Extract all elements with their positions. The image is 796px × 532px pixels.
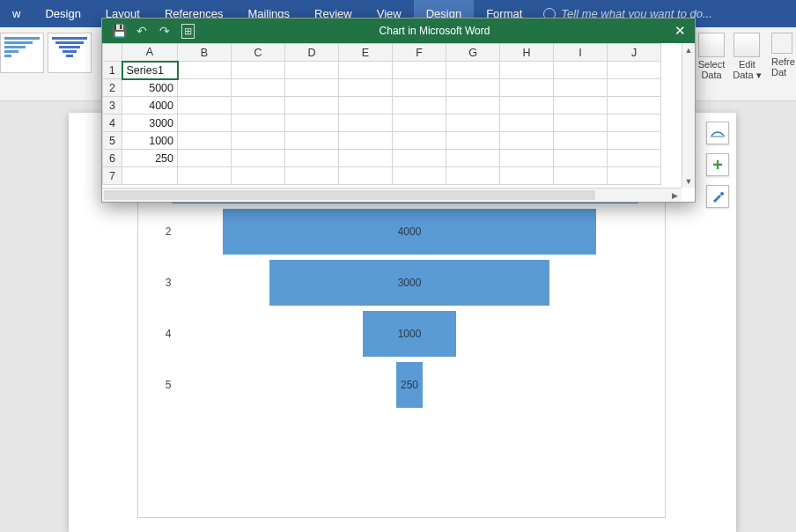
funnel-bar[interactable]: 3000 bbox=[269, 260, 549, 306]
cell-B5[interactable] bbox=[178, 132, 232, 150]
cell-G2[interactable] bbox=[446, 79, 500, 97]
col-header-E[interactable]: E bbox=[339, 44, 393, 62]
cell-I5[interactable] bbox=[554, 132, 608, 150]
row-header-5[interactable]: 5 bbox=[103, 132, 122, 150]
chart-bar-row[interactable]: 33000 bbox=[156, 257, 638, 308]
col-header-J[interactable]: J bbox=[608, 44, 661, 62]
chart-bar-row[interactable]: 24000 bbox=[156, 206, 638, 257]
col-header-G[interactable]: G bbox=[446, 44, 500, 62]
cell-C5[interactable] bbox=[232, 132, 285, 150]
select-data-button[interactable]: Select Data bbox=[696, 31, 727, 80]
cell-G3[interactable] bbox=[446, 97, 500, 115]
chart-styles-button[interactable] bbox=[706, 185, 729, 208]
cell-A6[interactable]: 250 bbox=[122, 150, 178, 167]
cell-C2[interactable] bbox=[232, 79, 285, 97]
cell-J6[interactable] bbox=[608, 150, 661, 167]
cell-G5[interactable] bbox=[446, 132, 500, 150]
cell-C3[interactable] bbox=[232, 97, 285, 115]
row-header-2[interactable]: 2 bbox=[103, 79, 122, 97]
cell-E3[interactable] bbox=[339, 97, 393, 115]
tab-design[interactable]: Design bbox=[33, 0, 92, 27]
cell-D6[interactable] bbox=[285, 150, 339, 167]
row-header-4[interactable]: 4 bbox=[103, 115, 122, 132]
cell-G6[interactable] bbox=[446, 150, 500, 167]
cell-D7[interactable] bbox=[285, 167, 339, 185]
spreadsheet-grid[interactable]: ABCDEFGHIJ1Series12500034000430005100062… bbox=[102, 43, 695, 188]
cell-F2[interactable] bbox=[393, 79, 446, 97]
col-header-F[interactable]: F bbox=[393, 44, 446, 62]
cell-F4[interactable] bbox=[393, 115, 446, 132]
funnel-bar[interactable]: 250 bbox=[396, 362, 423, 408]
row-header-7[interactable]: 7 bbox=[103, 167, 122, 185]
cell-E2[interactable] bbox=[339, 79, 393, 97]
cell-E4[interactable] bbox=[339, 115, 393, 132]
open-in-excel-button[interactable]: ⊞ bbox=[178, 21, 197, 41]
cell-J2[interactable] bbox=[608, 79, 661, 97]
cell-B1[interactable] bbox=[178, 62, 232, 79]
datasheet-titlebar[interactable]: 💾 ↶ ↷ ⊞ Chart in Microsoft Word ✕ bbox=[102, 18, 695, 43]
cell-A3[interactable]: 4000 bbox=[122, 97, 178, 115]
cell-I2[interactable] bbox=[554, 79, 608, 97]
row-header-3[interactable]: 3 bbox=[103, 97, 122, 115]
cell-D2[interactable] bbox=[285, 79, 339, 97]
cell-C7[interactable] bbox=[232, 167, 285, 185]
cell-E6[interactable] bbox=[339, 150, 393, 167]
cell-F5[interactable] bbox=[393, 132, 446, 150]
cell-D1[interactable] bbox=[285, 62, 339, 79]
col-header-D[interactable]: D bbox=[285, 44, 339, 62]
cell-H2[interactable] bbox=[500, 79, 554, 97]
cell-A1[interactable]: Series1 bbox=[122, 62, 178, 79]
cell-H5[interactable] bbox=[500, 132, 554, 150]
funnel-bar[interactable]: 4000 bbox=[223, 209, 596, 255]
save-button[interactable]: 💾 bbox=[109, 21, 129, 41]
cell-E7[interactable] bbox=[339, 167, 393, 185]
col-header-B[interactable]: B bbox=[178, 44, 232, 62]
cell-C4[interactable] bbox=[232, 115, 285, 132]
cell-A2[interactable]: 5000 bbox=[122, 79, 178, 97]
cell-E5[interactable] bbox=[339, 132, 393, 150]
cell-J7[interactable] bbox=[608, 167, 661, 185]
scroll-right-icon[interactable]: ▶ bbox=[667, 188, 682, 202]
chart-bar-row[interactable]: 5250 bbox=[156, 359, 638, 410]
cell-C6[interactable] bbox=[232, 150, 285, 167]
cell-F6[interactable] bbox=[393, 150, 446, 167]
col-header-H[interactable]: H bbox=[500, 44, 554, 62]
cell-B3[interactable] bbox=[178, 97, 232, 115]
style-thumb-1[interactable] bbox=[0, 33, 44, 73]
cell-I6[interactable] bbox=[554, 150, 608, 167]
cell-A4[interactable]: 3000 bbox=[122, 115, 178, 132]
cell-F3[interactable] bbox=[393, 97, 446, 115]
cell-G1[interactable] bbox=[446, 62, 500, 79]
cell-H3[interactable] bbox=[500, 97, 554, 115]
chart-bar-row[interactable]: 41000 bbox=[156, 308, 638, 359]
cell-B7[interactable] bbox=[178, 167, 232, 185]
cell-F7[interactable] bbox=[393, 167, 446, 185]
select-all-corner[interactable] bbox=[103, 44, 122, 62]
col-header-I[interactable]: I bbox=[554, 44, 608, 62]
cell-D3[interactable] bbox=[285, 97, 339, 115]
funnel-bar[interactable]: 1000 bbox=[363, 311, 456, 357]
scroll-thumb[interactable] bbox=[104, 190, 595, 200]
cell-B2[interactable] bbox=[178, 79, 232, 97]
cell-A7[interactable] bbox=[122, 167, 178, 185]
cell-I1[interactable] bbox=[554, 62, 608, 79]
horizontal-scrollbar[interactable]: ◀ ▶ bbox=[102, 188, 682, 202]
cell-J1[interactable] bbox=[608, 62, 661, 79]
cell-A5[interactable]: 1000 bbox=[122, 132, 178, 150]
row-header-6[interactable]: 6 bbox=[103, 150, 122, 167]
cell-B4[interactable] bbox=[178, 115, 232, 132]
col-header-C[interactable]: C bbox=[232, 44, 285, 62]
cell-D4[interactable] bbox=[285, 115, 339, 132]
cell-C1[interactable] bbox=[232, 62, 285, 79]
tab-w[interactable]: w bbox=[0, 0, 33, 27]
undo-button[interactable]: ↶ bbox=[132, 21, 151, 41]
close-button[interactable]: ✕ bbox=[665, 18, 695, 43]
style-thumb-2[interactable] bbox=[48, 33, 92, 73]
cell-I7[interactable] bbox=[554, 167, 608, 185]
cell-G7[interactable] bbox=[446, 167, 500, 185]
chart-layout-options-button[interactable] bbox=[706, 122, 729, 144]
chart-elements-button[interactable]: + bbox=[706, 153, 729, 176]
scroll-down-icon[interactable]: ▼ bbox=[682, 174, 695, 188]
scroll-up-icon[interactable]: ▲ bbox=[682, 43, 695, 56]
cell-H6[interactable] bbox=[500, 150, 554, 167]
